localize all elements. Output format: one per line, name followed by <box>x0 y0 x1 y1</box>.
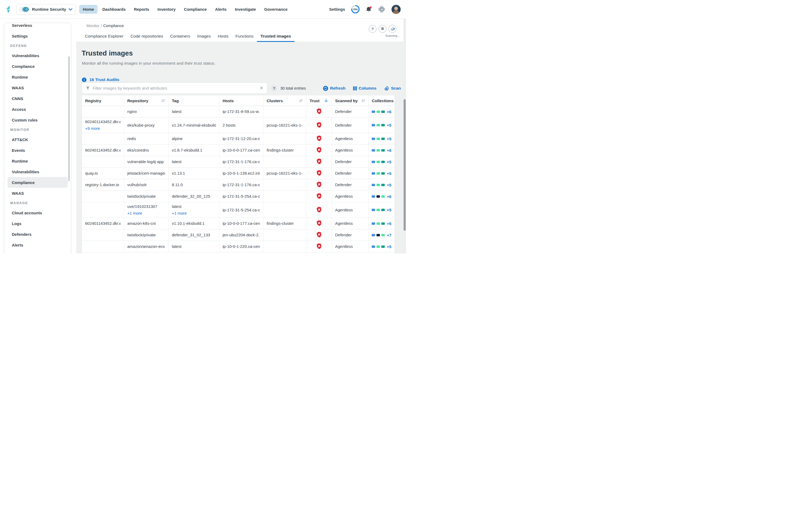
nav-item-reports[interactable]: Reports <box>131 5 153 14</box>
collections-more-link[interactable]: +5 <box>387 160 391 164</box>
filter-input[interactable] <box>93 86 257 91</box>
table-row[interactable]: amazon/amazon-ecs-...latestip-10-0-1-220… <box>82 241 395 252</box>
collections-more-link[interactable]: +5 <box>387 123 391 127</box>
scan-button[interactable]: Scan <box>384 86 401 91</box>
cell-hosts-value: ip-172-31-5-254.ca-c... <box>222 194 260 199</box>
sidebar-item-cloud-accounts[interactable]: Cloud accounts <box>7 207 68 218</box>
cell-repository: eks/coredns <box>124 145 169 156</box>
table-row[interactable]: vulnerable-log4j-applatestip-172-31-1-17… <box>82 156 395 168</box>
column-header-hosts[interactable]: Hosts <box>219 96 263 106</box>
columns-button[interactable]: Columns <box>353 86 376 91</box>
sidebar-item-compliance[interactable]: Compliance <box>7 177 68 188</box>
clear-filter-icon[interactable]: ✕ <box>260 86 263 91</box>
trust-audits-link[interactable]: 16 Trust Audits <box>89 77 119 82</box>
table-row[interactable]: 602401143452.dkr.e...eks/corednsv1.8.7-e… <box>82 145 395 156</box>
sidebar-item-alerts[interactable]: Alerts <box>7 239 68 250</box>
sidebar-item-events[interactable]: Events <box>7 145 68 156</box>
filter-help-button[interactable]: ? <box>271 85 277 91</box>
sort-icon[interactable] <box>361 99 365 103</box>
page-scrollbar-thumb[interactable] <box>404 99 406 231</box>
settings-link[interactable]: Settings <box>329 7 345 11</box>
sort-descending-icon[interactable] <box>324 99 328 103</box>
tab-hosts[interactable]: Hosts <box>214 32 232 42</box>
alerts-bell-button[interactable] <box>378 25 387 33</box>
collections-more-link[interactable]: +5 <box>387 171 391 176</box>
nav-item-alerts[interactable]: Alerts <box>212 5 230 14</box>
scan-status-button[interactable]: Scanning... <box>389 25 396 33</box>
column-header-registry[interactable]: Registry <box>82 96 124 106</box>
nav-item-investigate[interactable]: Investigate <box>232 5 259 14</box>
table-row[interactable]: 602401143452.dkr.e...+9 moreeks/kube-pro… <box>82 117 395 133</box>
breadcrumb-parent[interactable]: Monitor <box>87 23 99 28</box>
sidebar-item-att-ck[interactable]: ATT&CK <box>7 134 68 145</box>
tab-functions[interactable]: Functions <box>232 32 257 42</box>
table-row[interactable]: 602401143452.dkr.e...amazon-k8s-cniv1.10… <box>82 218 395 229</box>
table-row[interactable]: registry-1.docker.iovulhub/solr8.11.0ip-… <box>82 179 395 191</box>
column-header-collections[interactable]: Collections <box>369 96 395 106</box>
table-row[interactable]: uve/1910231307+1 morelatest+1 moreip-172… <box>82 202 395 218</box>
table-row[interactable]: redisalpineip-172-31-12-20.ca-c...Agentl… <box>82 133 395 145</box>
tab-images[interactable]: Images <box>194 32 214 42</box>
sidebar-item-access[interactable]: Access <box>7 104 68 115</box>
user-avatar[interactable] <box>392 5 401 14</box>
cell-registry-more-link[interactable]: +9 more <box>85 126 120 131</box>
cell-trust <box>306 218 332 229</box>
sidebar-item-vulnerabilities[interactable]: Vulnerabilities <box>7 50 68 61</box>
sidebar-item-serverless[interactable]: Serverless <box>7 23 68 31</box>
collections-more-link[interactable]: +5 <box>387 244 391 249</box>
collections-more-link[interactable]: +6 <box>387 194 391 199</box>
column-header-repository[interactable]: Repository <box>124 96 169 106</box>
collections-more-link[interactable]: +5 <box>387 136 391 141</box>
collections-more-link[interactable]: +6 <box>387 109 391 114</box>
table-row[interactable]: quay.iojetstack/cert-manager...v1.13.1ip… <box>82 168 395 179</box>
collections-more-link[interactable]: +5 <box>387 221 391 226</box>
cell-tag-more-link[interactable]: +1 more <box>172 211 216 216</box>
column-header-tag[interactable]: Tag <box>169 96 219 106</box>
tab-compliance-explorer[interactable]: Compliance Explorer <box>81 32 127 42</box>
sidebar-item-logs[interactable]: Logs <box>7 218 68 229</box>
nav-item-home[interactable]: Home <box>79 5 97 14</box>
nav-item-dashboards[interactable]: Dashboards <box>99 5 129 14</box>
table-row[interactable]: twistlock/privatedefender_32_00_125ip-17… <box>82 191 395 202</box>
sidebar-item-settings[interactable]: Settings <box>7 31 68 41</box>
tab-code-repositories[interactable]: Code repositories <box>127 32 166 42</box>
cell-clusters <box>263 241 306 252</box>
cell-repository-more-link[interactable]: +1 more <box>127 211 165 216</box>
collections-more-link[interactable]: +5 <box>387 208 391 212</box>
ai-assistant-icon[interactable]: AI <box>378 6 385 13</box>
cell-tag-value: latest <box>172 159 216 164</box>
nav-item-governance[interactable]: Governance <box>261 5 291 14</box>
collections-more-link[interactable]: +6 <box>387 148 391 153</box>
sidebar-item-runtime[interactable]: Runtime <box>7 72 68 82</box>
column-header-trust[interactable]: Trust <box>306 96 332 106</box>
tab-trusted-images[interactable]: Trusted images <box>257 32 295 42</box>
sidebar-item-vulnerabilities[interactable]: Vulnerabilities <box>7 166 68 177</box>
column-header-scanned-by[interactable]: Scanned by <box>332 96 369 106</box>
page-scrollbar-track[interactable] <box>403 19 406 253</box>
column-header-clusters[interactable]: Clusters <box>263 96 306 106</box>
tab-containers[interactable]: Containers <box>166 32 194 42</box>
sidebar-item-custom-rules[interactable]: Custom rules <box>7 115 68 125</box>
collections-more-link[interactable]: +5 <box>387 183 391 187</box>
sort-icon[interactable] <box>161 99 165 103</box>
nav-item-compliance[interactable]: Compliance <box>181 5 210 14</box>
svg-text:AI: AI <box>380 8 383 11</box>
sidebar-item-cnns[interactable]: CNNS <box>7 93 68 104</box>
table-row[interactable]: nginxlatestip-172-31-8-59.us-w...Defende… <box>82 106 395 117</box>
sidebar-item-waas[interactable]: WAAS <box>7 188 68 199</box>
sidebar-item-waas[interactable]: WAAS <box>7 82 68 93</box>
sidebar-item-runtime[interactable]: Runtime <box>7 156 68 166</box>
collections-more-link[interactable]: +7 <box>387 233 391 237</box>
sidebar-item-compliance[interactable]: Compliance <box>7 61 68 72</box>
sidebar-item-collections-and-tags[interactable]: Collections and Tags <box>7 250 68 253</box>
sort-icon[interactable] <box>299 99 303 103</box>
help-button[interactable]: ? <box>369 25 376 33</box>
refresh-button[interactable]: Refresh <box>323 86 346 91</box>
table-row[interactable]: twistlock/privatedefender_31_02_133jen-u… <box>82 229 395 241</box>
sidebar-item-defenders[interactable]: Defenders <box>7 229 68 239</box>
nav-item-inventory[interactable]: Inventory <box>154 5 180 14</box>
sidebar-scrollbar[interactable] <box>68 56 69 181</box>
usage-progress-ring[interactable]: 78% <box>351 5 360 13</box>
product-switcher[interactable]: Runtime Security <box>16 4 76 15</box>
notifications-bell-icon[interactable] <box>366 6 372 13</box>
